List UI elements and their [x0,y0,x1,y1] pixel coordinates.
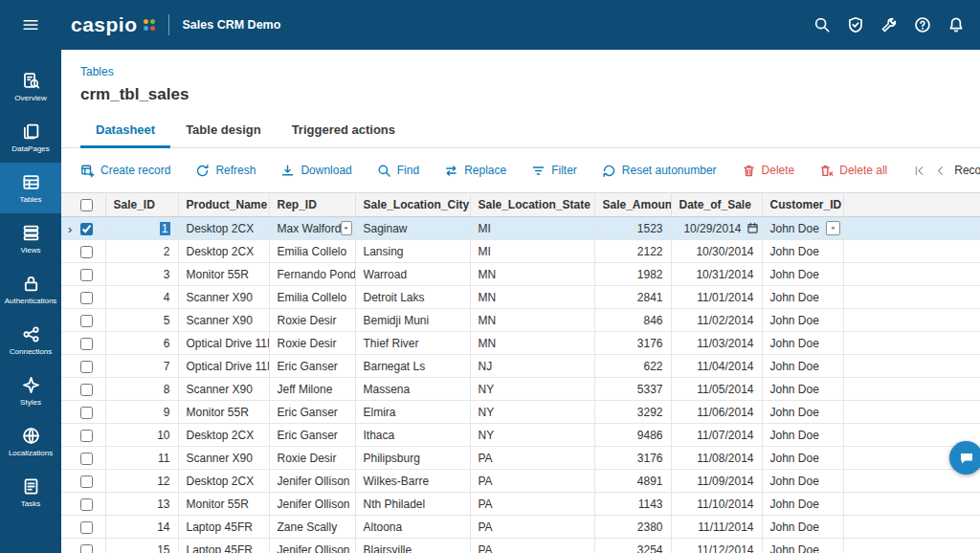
cell-product-name[interactable]: Scanner X90 [178,378,269,401]
column-header-sale-location-city[interactable]: Sale_Location_City [355,193,470,217]
cell-sale-location-state[interactable]: PA [470,516,594,539]
row-checkbox[interactable] [80,430,93,442]
tab-triggered-actions[interactable]: Triggered actions [277,114,411,148]
cell-customer-id[interactable]: John Doe [762,470,843,493]
cell-sale-id[interactable]: 7 [105,355,178,378]
cell-customer-id[interactable]: John Doe [762,217,843,240]
sidebar-item-tables[interactable]: Tables [0,163,61,213]
cell-sale-location-city[interactable]: Altoona [355,516,470,539]
sidebar-item-styles[interactable]: Styles [0,365,61,416]
breadcrumb[interactable]: Tables [80,65,114,78]
reset-autonumber-button[interactable]: Reset autonumber [602,164,717,178]
menu-button[interactable] [0,0,61,50]
cell-sale-location-city[interactable]: Detroit Laks [355,286,470,309]
row-checkbox[interactable] [80,544,93,553]
row-checkbox[interactable] [80,407,93,419]
cell-sale-location-city[interactable]: Lansing [355,240,470,263]
cell-date-of-sale[interactable]: 11/05/2014 [671,378,762,401]
cell-rep-id[interactable]: Max Walford [269,217,355,240]
cell-date-of-sale[interactable]: 11/09/2014 [671,470,762,493]
cell-date-of-sale[interactable]: 10/30/2014 [671,240,762,263]
cell-product-name[interactable]: Monitor 55R [178,263,269,286]
cell-customer-id[interactable]: John Doe [762,493,843,516]
cell-sale-location-city[interactable]: Elmira [355,401,470,424]
cell-date-of-sale[interactable]: 11/08/2014 [671,447,762,470]
cell-date-of-sale[interactable]: 10/31/2014 [671,263,762,286]
search-button[interactable] [807,11,836,40]
cell-date-of-sale[interactable]: 11/03/2014 [671,332,762,355]
row-checkbox[interactable] [80,223,93,235]
cell-sale-location-city[interactable]: Bemidji Muni [355,309,470,332]
cell-date-of-sale[interactable]: 10/29/2014 [671,217,762,240]
download-button[interactable]: Download [280,164,351,178]
chat-widget-button[interactable] [949,441,980,475]
cell-sale-id[interactable]: 6 [105,332,178,355]
cell-rep-id[interactable]: Jeff Milone [269,378,355,401]
cell-customer-id[interactable]: John Doe [762,240,843,263]
sidebar-item-tasks[interactable]: Tasks [0,467,61,518]
first-record-button[interactable] [912,165,926,177]
cell-product-name[interactable]: Optical Drive 11M [178,355,269,378]
cell-sale-location-state[interactable]: NY [470,378,594,401]
cell-date-of-sale[interactable]: 11/04/2014 [671,355,762,378]
cell-sale-id[interactable]: 12 [105,470,178,493]
cell-product-name[interactable]: Optical Drive 11M [178,332,269,355]
cell-product-name[interactable]: Desktop 2CX [178,240,269,263]
cell-sale-location-state[interactable]: MI [470,217,594,240]
column-header-customer-id[interactable]: Customer_ID [762,193,843,217]
cell-rep-id[interactable]: Jenifer Ollison [269,539,355,553]
delete-all-button[interactable]: Delete all [819,164,887,178]
cell-sale-location-state[interactable]: NJ [470,355,594,378]
cell-customer-id[interactable]: John Doe [762,516,843,539]
tab-table-design[interactable]: Table design [170,114,277,148]
cell-sale-location-state[interactable]: NY [470,401,594,424]
cell-sale-amount[interactable]: 1523 [594,217,671,240]
cell-sale-location-state[interactable]: MN [470,332,594,355]
cell-sale-id[interactable]: 15 [105,539,178,553]
cell-product-name[interactable]: Monitor 55R [178,401,269,424]
cell-sale-location-state[interactable]: PA [470,539,594,553]
column-header-sale-location-state[interactable]: Sale_Location_State [470,193,594,217]
cell-sale-location-city[interactable]: Massena [355,378,470,401]
wrench-button[interactable] [874,11,903,40]
cell-date-of-sale[interactable]: 11/12/2014 [671,539,762,553]
tab-datasheet[interactable]: Datasheet [80,114,170,148]
bell-button[interactable] [941,11,970,40]
cell-sale-amount[interactable]: 622 [594,355,671,378]
cell-date-of-sale[interactable]: 11/10/2014 [671,493,762,516]
cell-sale-amount[interactable]: 3176 [594,447,671,470]
column-header-sale-id[interactable]: Sale_ID [105,193,178,217]
cell-sale-id[interactable]: 13 [105,493,178,516]
row-checkbox[interactable] [80,338,93,350]
sidebar-item-localizations[interactable]: Localizations [0,416,61,467]
previous-record-button[interactable] [933,165,947,177]
cell-date-of-sale[interactable]: 11/11/2014 [671,516,762,539]
cell-sale-location-city[interactable]: Blairsville [355,539,470,553]
help-button[interactable] [907,11,937,40]
cell-customer-id[interactable]: John Doe [762,539,843,553]
cell-sale-amount[interactable]: 1982 [594,263,671,286]
row-checkbox[interactable] [80,292,93,304]
cell-sale-id[interactable]: 4 [105,286,178,309]
cell-date-of-sale[interactable]: 11/01/2014 [671,286,762,309]
select-all-checkbox[interactable] [80,199,93,211]
cell-sale-amount[interactable]: 9486 [594,424,671,447]
cell-date-of-sale[interactable]: 11/02/2014 [671,309,762,332]
cell-sale-location-city[interactable]: Nth Philadel [355,493,470,516]
cell-product-name[interactable]: Scanner X90 [178,447,269,470]
cell-rep-id[interactable]: Roxie Desir [269,309,355,332]
cell-product-name[interactable]: Desktop 2CX [178,424,269,447]
cell-sale-location-state[interactable]: PA [470,493,594,516]
column-header-product-name[interactable]: Product_Name [178,193,269,217]
cell-customer-id[interactable]: John Doe [762,424,843,447]
cell-sale-location-city[interactable]: Wilkes-Barre [355,470,470,493]
cell-customer-id[interactable]: John Doe [762,332,843,355]
cell-sale-amount[interactable]: 4891 [594,470,671,493]
filter-button[interactable]: Filter [531,164,577,178]
cell-sale-amount[interactable]: 3254 [594,539,671,553]
cell-customer-id[interactable]: John Doe [762,355,843,378]
cell-sale-location-state[interactable]: PA [470,470,594,493]
dropdown-button[interactable] [826,221,840,235]
delete-button[interactable]: Delete [742,164,795,178]
find-button[interactable]: Find [377,164,419,178]
